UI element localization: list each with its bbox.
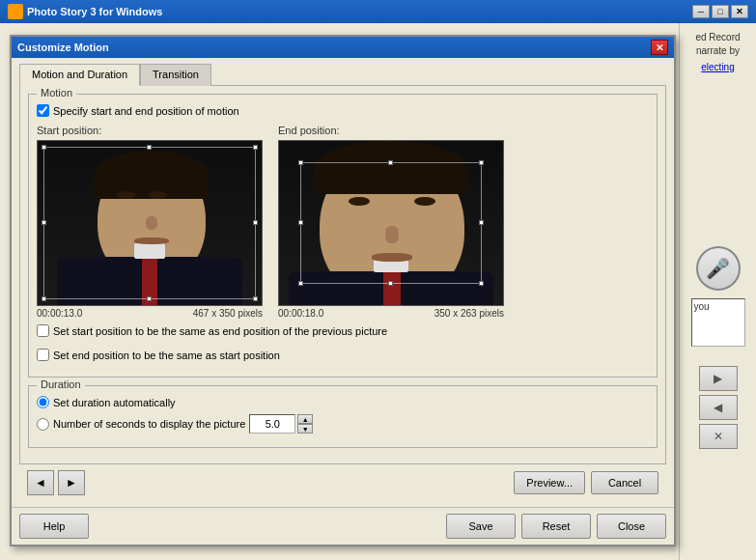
- spinner-buttons: ▲ ▼: [297, 414, 313, 434]
- nav-buttons-panel: ▶ ◀ ✕: [699, 366, 738, 449]
- close-app-button[interactable]: ✕: [731, 5, 748, 18]
- duration-content: Set duration automatically Number of sec…: [37, 396, 649, 434]
- duration-group: Duration Set duration automatically Numb…: [28, 385, 658, 448]
- tab-motion-duration[interactable]: Motion and Duration: [19, 64, 140, 86]
- cancel-button[interactable]: Cancel: [591, 471, 658, 494]
- dialog-body: Motion and Duration Transition Motion Sp…: [12, 58, 674, 507]
- bg-text-1: ed Record: [695, 31, 740, 44]
- tab-transition[interactable]: Transition: [140, 64, 211, 86]
- tab-motion-duration-label: Motion and Duration: [32, 69, 127, 80]
- app-titlebar: Photo Story 3 for Windows ─ □ ✕: [0, 0, 756, 23]
- seconds-duration-label: Number of seconds to display the picture: [53, 418, 245, 430]
- nav-left-button[interactable]: ◀: [699, 395, 738, 420]
- motion-content: Specify start and end position of motion…: [37, 104, 649, 369]
- app-icon: [8, 4, 23, 19]
- dialog-titlebar: Customize Motion ✕: [12, 37, 674, 58]
- maximize-button[interactable]: □: [712, 5, 729, 18]
- end-position-panel: End position:: [278, 125, 504, 319]
- mic-button[interactable]: 🎤: [696, 246, 741, 291]
- same-as-start-checkbox[interactable]: [37, 349, 49, 361]
- save-button[interactable]: Save: [446, 514, 516, 539]
- specify-checkbox[interactable]: [37, 104, 49, 117]
- prev-arrow-icon: ◄: [35, 476, 46, 490]
- prev-arrow-button[interactable]: ◄: [27, 470, 54, 495]
- start-position-image[interactable]: [37, 140, 263, 306]
- customize-motion-dialog: Customize Motion ✕ Motion and Duration T…: [10, 35, 676, 546]
- spinner-up-icon: ▲: [302, 416, 309, 423]
- tab-bar: Motion and Duration Transition: [19, 64, 666, 86]
- dialog-close-button[interactable]: ✕: [651, 40, 668, 55]
- seconds-duration-radio[interactable]: [37, 418, 49, 431]
- tab-transition-label: Transition: [153, 69, 199, 80]
- seconds-duration-row: Number of seconds to display the picture…: [37, 414, 649, 434]
- nav-right-icon: ▶: [714, 372, 722, 385]
- end-selection-box: [300, 162, 482, 284]
- seconds-input[interactable]: [249, 414, 295, 434]
- auto-duration-radio[interactable]: [37, 396, 49, 408]
- motion-group: Motion Specify start and end position of…: [28, 94, 658, 378]
- textbox-content: you: [694, 301, 710, 312]
- seconds-spinner: ▲ ▼: [249, 414, 313, 434]
- next-arrow-button[interactable]: ►: [58, 470, 85, 495]
- end-dimensions: 350 x 263 pixels: [434, 308, 504, 319]
- motion-group-label: Motion: [37, 87, 76, 98]
- help-button[interactable]: Help: [19, 514, 89, 539]
- dialog-title: Customize Motion: [17, 42, 109, 53]
- nav-right-button[interactable]: ▶: [699, 366, 738, 391]
- preview-button[interactable]: Preview...: [514, 471, 585, 494]
- auto-duration-row: Set duration automatically: [37, 396, 649, 408]
- bg-link[interactable]: electing: [701, 62, 734, 72]
- duration-group-label: Duration: [37, 378, 85, 390]
- start-selection-box: [43, 147, 256, 299]
- start-dimensions: 467 x 350 pixels: [193, 308, 263, 319]
- end-timestamp: 00:00:18.0: [278, 308, 323, 319]
- right-panel: ed Record narrate by electing 🎤 you ▶ ◀ …: [679, 23, 756, 560]
- extra-checkboxes: Set start position to be the same as end…: [37, 324, 649, 369]
- start-timestamp: 00:00:13.0: [37, 308, 82, 319]
- app-title: Photo Story 3 for Windows: [27, 6, 162, 17]
- next-arrow-icon: ►: [66, 476, 77, 490]
- end-image-info: 00:00:18.0 350 x 263 pixels: [278, 308, 504, 319]
- main-footer: Help Save Reset Close: [12, 507, 674, 545]
- narrate-textbox[interactable]: you: [691, 298, 745, 347]
- same-as-start-label: Set end position to be the same as start…: [53, 350, 280, 361]
- start-position-label: Start position:: [37, 125, 263, 136]
- close-button[interactable]: Close: [597, 514, 666, 539]
- spinner-down-icon: ▼: [302, 426, 309, 433]
- mic-icon: 🎤: [706, 257, 730, 280]
- dialog-close-icon: ✕: [656, 42, 663, 53]
- spinner-down-button[interactable]: ▼: [297, 424, 313, 434]
- same-as-start-row: Set end position to be the same as start…: [37, 349, 649, 361]
- nav-x-button[interactable]: ✕: [699, 424, 738, 449]
- start-position-panel: Start position:: [37, 125, 263, 319]
- spinner-up-button[interactable]: ▲: [297, 414, 313, 424]
- images-row: Start position:: [37, 125, 649, 319]
- same-as-prev-checkbox[interactable]: [37, 324, 49, 337]
- nav-x-icon: ✕: [714, 430, 723, 443]
- minimize-button[interactable]: ─: [692, 5, 710, 18]
- same-as-prev-row: Set start position to be the same as end…: [37, 324, 649, 337]
- reset-button[interactable]: Reset: [521, 514, 591, 539]
- tab-content-area: Motion Specify start and end position of…: [19, 85, 666, 464]
- same-as-prev-label: Set start position to be the same as end…: [53, 325, 387, 337]
- auto-duration-label: Set duration automatically: [53, 397, 176, 408]
- end-position-image[interactable]: [278, 140, 504, 306]
- specify-checkbox-label: Specify start and end position of motion: [53, 105, 239, 117]
- dialog-footer: ◄ ► Preview... Cancel: [19, 464, 666, 501]
- navigation-arrows: ◄ ►: [27, 470, 85, 495]
- titlebar-buttons: ─ □ ✕: [692, 5, 748, 18]
- nav-left-icon: ◀: [714, 401, 722, 414]
- end-position-label: End position:: [278, 125, 504, 136]
- bg-text-2: narrate by: [696, 44, 740, 58]
- specify-checkbox-row: Specify start and end position of motion: [37, 104, 649, 117]
- start-image-info: 00:00:13.0 467 x 350 pixels: [37, 308, 263, 319]
